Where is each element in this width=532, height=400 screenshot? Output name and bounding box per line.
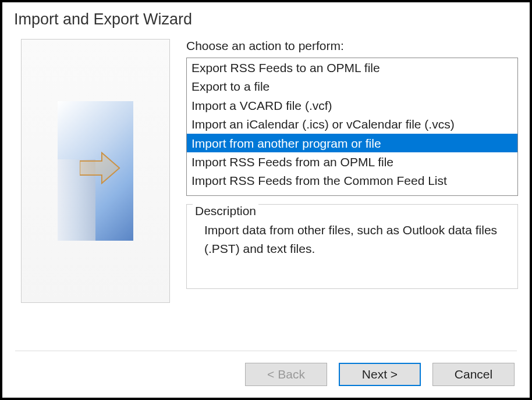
- import-export-wizard-dialog: Import and Export Wizard Choose an actio…: [2, 2, 530, 398]
- action-listbox[interactable]: Export RSS Feeds to an OPML fileExport t…: [186, 58, 518, 196]
- wizard-sidebar-panel: [21, 39, 170, 303]
- back-button[interactable]: < Back: [245, 363, 327, 386]
- list-item[interactable]: Import from another program or file: [187, 134, 517, 152]
- action-prompt-label: Choose an action to perform:: [186, 39, 518, 53]
- wizard-main: Choose an action to perform: Export RSS …: [186, 39, 518, 331]
- list-item[interactable]: Import an iCalendar (.ics) or vCalendar …: [187, 115, 517, 133]
- button-row: < Back Next > Cancel: [2, 351, 530, 398]
- dialog-content: Choose an action to perform: Export RSS …: [2, 39, 530, 331]
- next-button[interactable]: Next >: [339, 363, 421, 386]
- cancel-button[interactable]: Cancel: [432, 363, 515, 386]
- arrow-icon: [80, 151, 122, 185]
- wizard-graphic: [58, 101, 133, 241]
- list-item[interactable]: Export to a file: [187, 77, 517, 95]
- list-item[interactable]: Import RSS Feeds from an OPML file: [187, 152, 517, 171]
- list-item[interactable]: Export RSS Feeds to an OPML file: [187, 58, 517, 77]
- dialog-title: Import and Export Wizard: [2, 2, 530, 39]
- list-item[interactable]: Import RSS Feeds from the Common Feed Li…: [187, 171, 517, 190]
- description-group: Description Import data from other files…: [186, 204, 518, 289]
- description-legend: Description: [193, 204, 258, 218]
- list-item[interactable]: Import a VCARD file (.vcf): [187, 96, 517, 115]
